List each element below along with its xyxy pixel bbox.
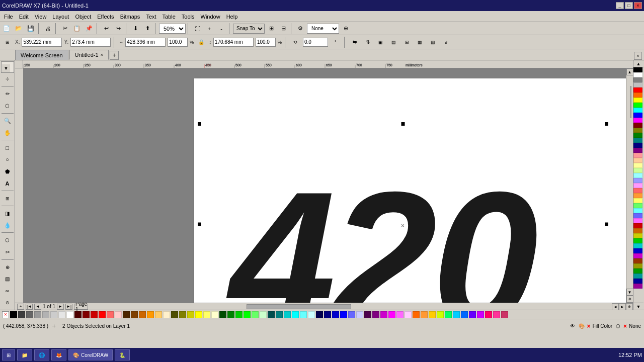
bottom-color-swatch[interactable] [235,311,243,318]
bottom-color-swatch[interactable] [42,311,49,318]
color-swatch[interactable] [633,188,642,193]
menu-bitmaps[interactable]: Bitmaps [117,13,143,21]
menu-effects[interactable]: Effects [94,13,117,21]
cut-btn[interactable]: ✂ [59,23,70,34]
color-swatch[interactable] [633,233,642,238]
hscroll-left[interactable]: ◄ [612,303,619,310]
bottom-color-swatch[interactable] [396,311,404,318]
bottom-color-swatch[interactable] [107,311,114,318]
bottom-color-swatch[interactable] [276,311,283,318]
transform-btn[interactable]: ⟲ [290,37,301,48]
bottom-color-swatch[interactable] [308,311,315,318]
freehand-tool[interactable]: ✏ [1,88,14,100]
bottom-color-swatch[interactable] [131,311,138,318]
maximize-button[interactable]: □ [625,2,633,9]
none-dropdown[interactable]: None [307,24,339,34]
bottom-color-swatch[interactable] [380,311,387,318]
bottom-color-swatch[interactable] [74,311,82,318]
color-swatch[interactable] [633,153,642,158]
taskbar-ie[interactable]: 🌐 [34,349,49,360]
bottom-color-swatch[interactable] [421,311,428,318]
flip-h-btn[interactable]: ⇆ [349,37,360,48]
snap-btn[interactable]: ⊞ [266,23,277,34]
color-swatch[interactable] [633,128,642,133]
menu-view[interactable]: View [32,13,50,21]
color-swatch[interactable] [633,228,642,233]
color-swatch[interactable] [633,143,642,148]
color-swatch[interactable] [633,253,642,258]
bottom-color-swatch[interactable] [123,311,130,318]
eyedropper-tool[interactable]: 💧 [1,220,14,231]
color-swatch[interactable] [633,77,642,82]
bottom-color-swatch[interactable] [163,311,170,318]
new-btn[interactable]: 📄 [1,23,12,34]
color-swatch[interactable] [633,133,642,138]
more-btn[interactable]: ⊕ [340,23,351,34]
color-swatch[interactable] [633,198,642,203]
color-swatch[interactable] [633,82,642,87]
page-last[interactable]: ►| [65,304,72,310]
color-swatch[interactable] [633,158,642,163]
color-swatch[interactable] [633,258,642,263]
tab-close-btn[interactable]: × [101,52,103,57]
zoom-out-btn[interactable]: - [216,23,227,34]
bottom-color-swatch[interactable] [501,311,508,318]
export-btn[interactable]: ⬆ [142,23,153,34]
color-swatch[interactable] [633,67,642,72]
bottom-color-swatch[interactable] [66,311,73,318]
bottom-color-swatch[interactable] [316,311,323,318]
color-swatch[interactable] [633,208,642,213]
table-tool[interactable]: ⊞ [1,193,14,204]
palette-down-btn[interactable]: ▼ [633,303,643,310]
taskbar-start[interactable]: ⊞ [2,349,15,360]
x-input[interactable] [22,38,62,47]
bottom-color-swatch[interactable] [292,311,299,318]
minimize-button[interactable]: _ [616,2,624,9]
close-button[interactable]: × [634,2,642,9]
bottom-color-swatch[interactable] [227,311,234,318]
page-next[interactable]: ► [57,304,64,310]
bottom-color-swatch[interactable] [485,311,492,318]
menu-window[interactable]: Window [198,13,223,21]
color-swatch[interactable] [633,123,642,128]
color-swatch[interactable] [633,168,642,173]
h-input[interactable] [213,38,254,47]
tab-untitled[interactable]: Untitled-1 × [69,50,109,60]
color-swatch[interactable] [633,274,642,279]
color-swatch[interactable] [633,203,642,208]
bottom-color-swatch[interactable] [356,311,363,318]
taskbar-explorer[interactable]: 📁 [17,349,32,360]
no-fill-swatch[interactable]: × [2,311,9,318]
print-btn[interactable]: 🖨 [42,23,53,34]
tab-add-btn[interactable]: + [110,51,119,60]
import-btn[interactable]: ⬇ [130,23,141,34]
smart-fill[interactable]: ⬡ [1,100,14,112]
color-swatch[interactable] [633,163,642,168]
tab-list-btn[interactable]: ▼ [2,64,10,72]
hscroll-thumb[interactable] [247,304,351,309]
knife-tool[interactable]: ✂ [1,246,14,258]
color-swatch[interactable] [633,98,642,103]
bottom-color-swatch[interactable] [437,311,444,318]
menu-object[interactable]: Object [72,13,94,21]
vscroll-zoom[interactable]: ⊕ [626,296,633,303]
menu-table[interactable]: Table [159,13,179,21]
rotate2-btn[interactable]: ° [330,37,341,48]
color-swatch[interactable] [633,183,642,188]
bottom-color-swatch[interactable] [155,311,162,318]
color-swatch[interactable] [633,173,642,178]
text-tool[interactable]: A [1,178,14,190]
color-swatch[interactable] [633,248,642,253]
snap-cursor-btn[interactable]: ⊹ [50,323,57,330]
mirror2-btn[interactable]: ▤ [388,37,399,48]
bottom-color-swatch[interactable] [453,311,460,318]
bottom-color-swatch[interactable] [445,311,452,318]
bottom-color-swatch[interactable] [244,311,251,318]
ungroup-btn[interactable]: ▧ [428,37,439,48]
contour-tool[interactable]: ⊙ [1,297,14,309]
menu-tools[interactable]: Tools [179,13,198,21]
bottom-color-swatch[interactable] [268,311,275,318]
menu-edit[interactable]: Edit [16,13,32,21]
paste-btn[interactable]: 📌 [84,23,95,34]
bottom-color-swatch[interactable] [203,311,210,318]
